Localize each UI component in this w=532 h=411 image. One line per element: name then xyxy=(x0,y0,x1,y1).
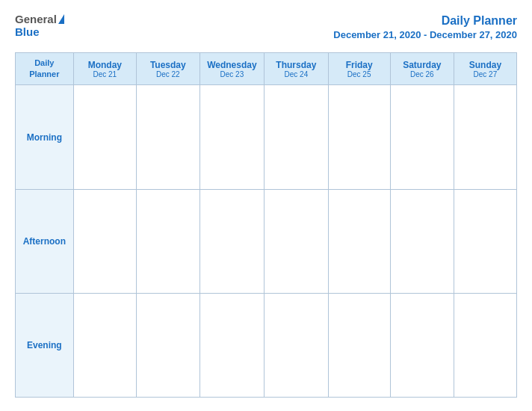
col-header-monday: Monday Dec 21 xyxy=(73,52,136,85)
col-header-daily-planner: DailyPlanner xyxy=(16,52,74,85)
column-headers-row: DailyPlanner Monday Dec 21 Tuesday Dec 2… xyxy=(16,52,517,85)
afternoon-label: Afternoon xyxy=(16,189,74,293)
planner-title: Daily Planner xyxy=(333,13,517,29)
tuesday-morning-cell[interactable] xyxy=(136,85,200,189)
thursday-morning-cell[interactable] xyxy=(265,85,328,189)
col-header-thursday: Thursday Dec 24 xyxy=(265,52,328,85)
sunday-afternoon-cell[interactable] xyxy=(454,189,516,293)
friday-afternoon-cell[interactable] xyxy=(328,189,390,293)
saturday-afternoon-cell[interactable] xyxy=(390,189,454,293)
title-area: Daily Planner December 21, 2020 - Decemb… xyxy=(333,13,517,42)
sunday-evening-cell[interactable] xyxy=(454,293,516,397)
friday-evening-cell[interactable] xyxy=(328,293,390,397)
wednesday-afternoon-cell[interactable] xyxy=(200,189,265,293)
saturday-evening-cell[interactable] xyxy=(390,293,454,397)
wednesday-evening-cell[interactable] xyxy=(200,293,265,397)
saturday-morning-cell[interactable] xyxy=(390,85,454,189)
col-header-friday: Friday Dec 25 xyxy=(328,52,390,85)
monday-afternoon-cell[interactable] xyxy=(73,189,136,293)
friday-morning-cell[interactable] xyxy=(328,85,390,189)
col-header-sunday: Sunday Dec 27 xyxy=(454,52,516,85)
afternoon-row: Afternoon xyxy=(16,189,517,293)
wednesday-morning-cell[interactable] xyxy=(200,85,265,189)
logo-general-text: General xyxy=(15,13,57,26)
sunday-morning-cell[interactable] xyxy=(454,85,516,189)
logo-area: General Blue xyxy=(15,13,64,38)
logo-triangle-icon xyxy=(58,14,64,24)
monday-evening-cell[interactable] xyxy=(73,293,136,397)
col-header-saturday: Saturday Dec 26 xyxy=(390,52,454,85)
morning-label: Morning xyxy=(16,85,74,189)
thursday-evening-cell[interactable] xyxy=(265,293,328,397)
page-header: General Blue Daily Planner December 21, … xyxy=(15,13,517,42)
tuesday-evening-cell[interactable] xyxy=(136,293,200,397)
col-header-wednesday: Wednesday Dec 23 xyxy=(200,52,265,85)
tuesday-afternoon-cell[interactable] xyxy=(136,189,200,293)
thursday-afternoon-cell[interactable] xyxy=(265,189,328,293)
evening-label: Evening xyxy=(16,293,74,397)
planner-date-range: December 21, 2020 - December 27, 2020 xyxy=(333,29,517,42)
logo-blue-text: Blue xyxy=(15,26,40,39)
col-header-tuesday: Tuesday Dec 22 xyxy=(136,52,200,85)
morning-row: Morning xyxy=(16,85,517,189)
monday-morning-cell[interactable] xyxy=(73,85,136,189)
evening-row: Evening xyxy=(16,293,517,397)
calendar-table: DailyPlanner Monday Dec 21 Tuesday Dec 2… xyxy=(15,52,517,398)
